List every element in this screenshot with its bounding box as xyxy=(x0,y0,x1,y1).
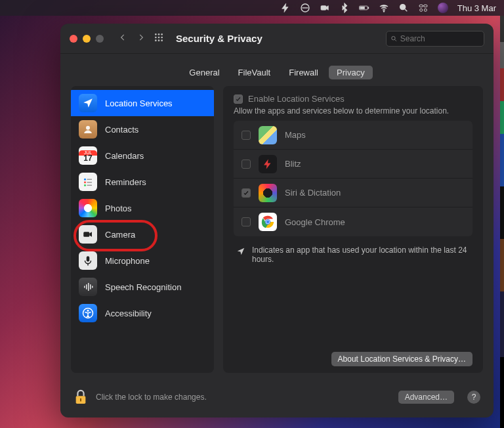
search-field[interactable] xyxy=(386,31,484,47)
app-checkbox[interactable] xyxy=(242,160,251,169)
svg-point-9 xyxy=(419,9,422,11)
sidebar-item-contacts[interactable]: Contacts xyxy=(71,116,214,142)
sidebar-item-label: Camera xyxy=(105,230,135,240)
lock-icon[interactable] xyxy=(74,389,88,406)
footer: Click the lock to make changes. Advanced… xyxy=(60,381,494,417)
control-center-icon[interactable] xyxy=(418,3,429,13)
svg-point-13 xyxy=(161,33,163,35)
svg-point-24 xyxy=(84,184,86,186)
tab-firewall[interactable]: Firewall xyxy=(281,66,326,79)
svg-rect-43 xyxy=(80,398,81,402)
app-name-label: Maps xyxy=(285,130,306,140)
tab-filevault[interactable]: FileVault xyxy=(230,66,279,79)
sidebar-item-label: Calendars xyxy=(105,151,144,161)
sidebar-item-microphone[interactable]: Microphone xyxy=(71,247,214,274)
vpn-icon[interactable] xyxy=(300,3,310,13)
svg-point-23 xyxy=(84,181,86,183)
app-row-blitz: Blitz xyxy=(234,150,472,179)
sidebar-item-photos[interactable]: Photos xyxy=(71,195,214,221)
svg-rect-30 xyxy=(87,264,89,266)
titlebar: Security & Privacy xyxy=(60,24,494,54)
svg-point-5 xyxy=(383,11,384,12)
sidebar-item-label: Location Services xyxy=(105,98,173,108)
sidebar-item-speech-recognition[interactable]: Speech Recognition xyxy=(71,274,214,300)
enable-location-checkbox[interactable] xyxy=(234,95,243,104)
sidebar-item-label: Speech Recognition xyxy=(105,282,181,292)
svg-point-12 xyxy=(158,33,160,35)
svg-point-20 xyxy=(392,36,395,39)
svg-point-6 xyxy=(400,5,405,10)
app-list: MapsBlitzSiri & DictationGoogle Chrome xyxy=(234,121,472,236)
svg-rect-29 xyxy=(87,256,90,261)
sidebar-item-reminders[interactable]: Reminders xyxy=(71,169,214,195)
detail-subtext: Allow the apps and services below to det… xyxy=(234,106,472,116)
user-avatar[interactable] xyxy=(438,3,448,13)
sidebar-item-camera[interactable]: Camera xyxy=(71,221,214,247)
window-title: Security & Privacy xyxy=(176,33,262,44)
location-arrow-icon xyxy=(236,247,245,256)
advanced-button[interactable]: Advanced… xyxy=(398,391,454,404)
menubar-date[interactable]: Thu 3 Mar xyxy=(457,3,496,13)
app-checkbox[interactable] xyxy=(242,131,251,140)
app-checkbox[interactable] xyxy=(242,217,251,226)
sidebar-item-label: Reminders xyxy=(105,177,146,187)
svg-point-19 xyxy=(161,39,163,41)
svg-rect-32 xyxy=(86,284,87,289)
search-input[interactable] xyxy=(400,34,480,43)
sidebar-item-label: Accessibility xyxy=(105,309,152,318)
menubar: Thu 3 Mar xyxy=(0,0,504,16)
svg-rect-28 xyxy=(83,232,89,237)
tab-general[interactable]: General xyxy=(181,66,227,79)
video-icon[interactable] xyxy=(320,3,330,13)
svg-rect-7 xyxy=(419,5,423,7)
svg-point-15 xyxy=(158,37,160,39)
svg-rect-27 xyxy=(87,185,93,186)
close-button[interactable] xyxy=(70,35,77,43)
sidebar: Location ServicesContactsJUL17CalendarsR… xyxy=(71,86,214,373)
svg-point-41 xyxy=(266,221,270,224)
sidebar-item-calendars[interactable]: JUL17Calendars xyxy=(71,142,214,169)
app-name-label: Siri & Dictation xyxy=(285,188,341,198)
tabs: GeneralFileVaultFirewallPrivacy xyxy=(60,54,494,86)
wifi-icon[interactable] xyxy=(379,3,389,13)
svg-rect-33 xyxy=(88,283,89,291)
tab-privacy[interactable]: Privacy xyxy=(329,66,373,79)
battery-icon[interactable] xyxy=(359,3,369,13)
about-button[interactable]: About Location Services & Privacy… xyxy=(331,352,472,366)
svg-rect-31 xyxy=(84,286,85,288)
traffic-lights xyxy=(70,35,104,43)
svg-rect-1 xyxy=(321,6,326,11)
svg-rect-8 xyxy=(423,5,427,7)
indicator-text: Indicates an app that has used your loca… xyxy=(252,246,470,264)
show-all-icon[interactable] xyxy=(154,32,164,45)
spotlight-icon[interactable] xyxy=(398,3,409,13)
bolt-icon[interactable] xyxy=(280,3,291,13)
sidebar-item-location-services[interactable]: Location Services xyxy=(71,90,214,116)
svg-point-14 xyxy=(155,37,157,39)
nav-back-button[interactable] xyxy=(118,33,127,44)
sidebar-item-label: Microphone xyxy=(105,256,150,266)
enable-location-row: Enable Location Services xyxy=(234,94,472,104)
indicator-note: Indicates an app that has used your loca… xyxy=(236,246,470,264)
app-row-google-chrome: Google Chrome xyxy=(234,207,472,236)
svg-point-16 xyxy=(161,37,163,39)
nav-forward-button[interactable] xyxy=(136,33,146,44)
app-row-siri-dictation: Siri & Dictation xyxy=(234,179,472,207)
prefs-window: Security & Privacy GeneralFileVaultFirew… xyxy=(60,24,494,417)
svg-rect-25 xyxy=(87,179,93,181)
svg-rect-35 xyxy=(92,286,93,288)
bluetooth-icon[interactable] xyxy=(339,3,350,13)
help-button[interactable]: ? xyxy=(467,391,480,404)
enable-location-label: Enable Location Services xyxy=(248,94,345,104)
svg-rect-26 xyxy=(87,182,93,183)
sidebar-item-accessibility[interactable]: Accessibility xyxy=(71,300,214,326)
app-checkbox[interactable] xyxy=(242,188,251,198)
svg-point-18 xyxy=(158,39,160,41)
minimize-button[interactable] xyxy=(83,35,91,43)
app-row-maps: Maps xyxy=(234,121,472,150)
svg-point-10 xyxy=(424,9,427,11)
zoom-button[interactable] xyxy=(96,35,104,43)
sidebar-item-label: Contacts xyxy=(105,125,138,135)
sidebar-item-label: Photos xyxy=(105,203,131,213)
lock-text: Click the lock to make changes. xyxy=(96,393,207,402)
